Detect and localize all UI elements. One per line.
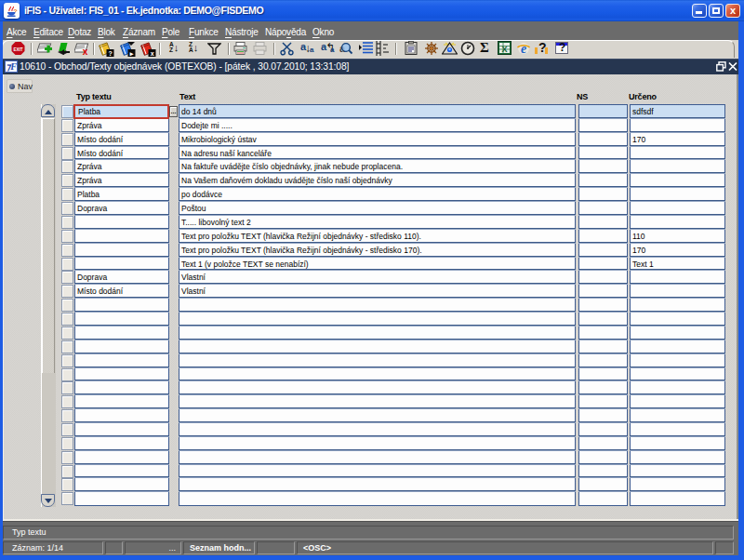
svg-text:x: x	[83, 47, 88, 56]
svg-text:x: x	[151, 50, 154, 57]
svg-text:e: e	[521, 42, 526, 56]
svg-text:X: X	[501, 45, 507, 54]
svg-text:?: ?	[108, 50, 112, 57]
svg-text:EXIT: EXIT	[13, 47, 22, 52]
svg-text:▸: ▸	[129, 50, 134, 57]
